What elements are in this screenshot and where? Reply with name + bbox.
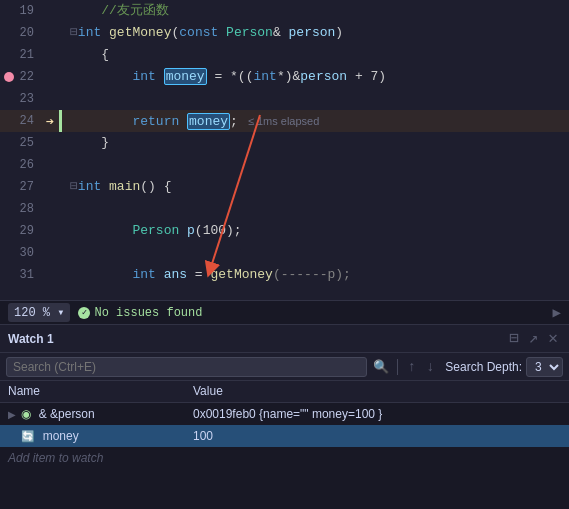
watch-toolbar: 🔍 ↑ ↓ Search Depth: 3 1 2 4 5 xyxy=(0,353,569,381)
line-number-24: 24 xyxy=(0,114,42,128)
search-box[interactable] xyxy=(6,357,367,377)
code-line-26: 26 xyxy=(0,154,569,176)
watch-row-money-value: 100 xyxy=(185,427,569,445)
issues-indicator: ✓ No issues found xyxy=(78,306,202,320)
line-content-25: } xyxy=(62,132,109,154)
greenbar-30 xyxy=(59,242,62,264)
watch-row-person[interactable]: ▶ ◉ & &person 0x0019feb0 {name="" money=… xyxy=(0,403,569,425)
code-editor: 19 //友元函数 20 ⊟int getMoney(const Person&… xyxy=(0,0,569,300)
table-header: Name Value xyxy=(0,381,569,403)
line-content-19: //友元函数 xyxy=(62,0,169,22)
greenbar-23 xyxy=(59,88,62,110)
line-content-31: int ans = getMoney(------p); xyxy=(62,264,351,286)
expand-icon-person: ▶ xyxy=(8,409,16,420)
watch-row-money-name: ▶ 🔄 money xyxy=(0,427,185,445)
line-content-21: { xyxy=(62,44,109,66)
watch-detach-button[interactable]: ↗ xyxy=(526,331,542,347)
greenbar-26 xyxy=(59,154,62,176)
line-number-20: 20 xyxy=(0,26,42,40)
watch-row-money[interactable]: ▶ 🔄 money 100 xyxy=(0,425,569,447)
watch-title: Watch 1 xyxy=(8,332,502,346)
column-header-name: Name xyxy=(0,381,185,402)
line-number-21: 21 xyxy=(0,48,42,62)
watch-row-person-value: 0x0019feb0 {name="" money=100 } xyxy=(185,405,569,423)
line-number-29: 29 xyxy=(0,224,42,238)
line-number-26: 26 xyxy=(0,158,42,172)
code-line-31: 31 int ans = getMoney(------p); xyxy=(0,264,569,286)
watch-table: Name Value ▶ ◉ & &person 0x0019feb0 {nam… xyxy=(0,381,569,509)
zoom-dropdown-icon: ▾ xyxy=(57,306,64,320)
code-line-22: 22 int money = *((int*)&person + 7) xyxy=(0,66,569,88)
person-name-text: & &person xyxy=(39,407,95,421)
search-icon-button[interactable]: 🔍 xyxy=(371,359,391,375)
up-arrow-button[interactable]: ↑ xyxy=(404,359,418,375)
line-number-31: 31 xyxy=(0,268,42,282)
watch-row-person-name: ▶ ◉ & &person xyxy=(0,405,185,423)
code-line-29: 29 Person p(100); xyxy=(0,220,569,242)
code-line-27: 27 ⊟int main() { xyxy=(0,176,569,198)
line-content-27: ⊟int main() { xyxy=(62,176,171,198)
breakpoint-22 xyxy=(4,72,14,82)
code-lines: 19 //友元函数 20 ⊟int getMoney(const Person&… xyxy=(0,0,569,286)
code-line-25: 25 } xyxy=(0,132,569,154)
watch-close-button[interactable]: ✕ xyxy=(545,331,561,347)
code-line-19: 19 //友元函数 xyxy=(0,0,569,22)
line-number-27: 27 xyxy=(0,180,42,194)
arrow-24: ➔ xyxy=(42,113,58,130)
line-content-24: return money;≤ 1ms elapsed xyxy=(62,110,319,133)
depth-select[interactable]: 3 1 2 4 5 xyxy=(526,357,563,377)
line-content-29: Person p(100); xyxy=(62,220,242,242)
watch-icon-person: ◉ xyxy=(21,407,31,421)
add-watch-item[interactable]: Add item to watch xyxy=(0,447,569,469)
line-number-25: 25 xyxy=(0,136,42,150)
greenbar-28 xyxy=(59,198,62,220)
watch-header: Watch 1 ⊟ ↗ ✕ xyxy=(0,325,569,353)
column-header-value: Value xyxy=(185,381,569,402)
watch-pin-button[interactable]: ⊟ xyxy=(506,331,522,347)
search-input[interactable] xyxy=(13,360,360,374)
depth-label: Search Depth: xyxy=(445,360,522,374)
status-bar: 120 % ▾ ✓ No issues found ▶ xyxy=(0,300,569,324)
scroll-right-icon: ▶ xyxy=(553,304,561,321)
toolbar-separator xyxy=(397,359,398,375)
code-line-30: 30 xyxy=(0,242,569,264)
zoom-indicator[interactable]: 120 % ▾ xyxy=(8,303,70,322)
issues-text: No issues found xyxy=(94,306,202,320)
line-number-22: 22 xyxy=(0,70,42,84)
line-number-19: 19 xyxy=(0,4,42,18)
watch-panel: Watch 1 ⊟ ↗ ✕ 🔍 ↑ ↓ Search Depth: 3 1 2 … xyxy=(0,324,569,509)
code-line-24: 24 ➔ return money;≤ 1ms elapsed xyxy=(0,110,569,132)
line-content-20: ⊟int getMoney(const Person& person) xyxy=(62,22,343,44)
line-content-22: int money = *((int*)&person + 7) xyxy=(62,66,386,88)
zoom-level: 120 % xyxy=(14,306,50,320)
line-number-28: 28 xyxy=(0,202,42,216)
line-number-30: 30 xyxy=(0,246,42,260)
add-item-label: Add item to watch xyxy=(8,451,103,465)
check-icon: ✓ xyxy=(78,307,90,319)
code-line-23: 23 xyxy=(0,88,569,110)
money-name-text: money xyxy=(43,429,79,443)
debug-icon-money: 🔄 xyxy=(21,430,35,442)
code-line-28: 28 xyxy=(0,198,569,220)
expand-icon-money: ▶ xyxy=(8,431,16,442)
line-number-23: 23 xyxy=(0,92,42,106)
code-line-21: 21 { xyxy=(0,44,569,66)
down-arrow-button[interactable]: ↓ xyxy=(423,359,437,375)
code-line-20: 20 ⊟int getMoney(const Person& person) xyxy=(0,22,569,44)
